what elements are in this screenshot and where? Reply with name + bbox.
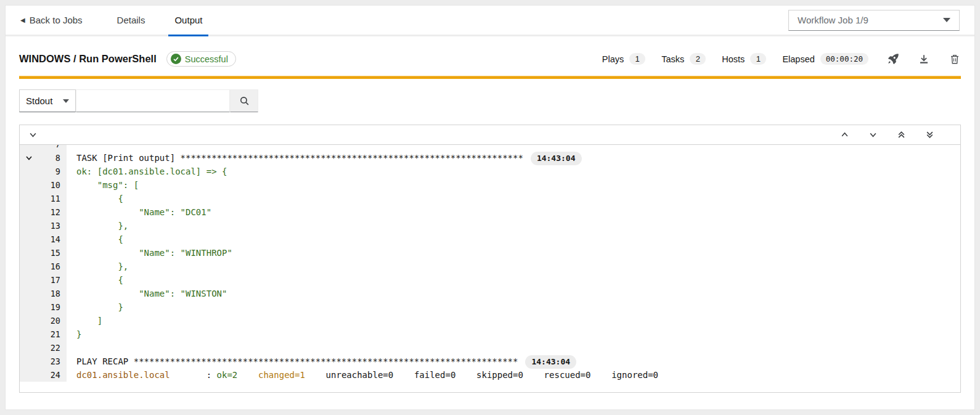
code-segment: changed=1 [258,370,305,380]
line-number: 7 [38,145,67,151]
code-segment: PLAY RECAP *****************************… [76,356,518,366]
line-content: "Name": "WINSTON" [67,287,227,300]
output-line: 24dc01.ansible.local : ok=2 changed=1 un… [20,368,960,382]
line-content: }, [67,260,128,273]
stat-plays: Plays1 [602,53,645,65]
stat-label: Tasks [661,54,684,64]
line-number: 24 [38,368,67,382]
output-line: 13 }, [20,219,960,232]
scroll-to-bottom-icon[interactable] [926,131,934,139]
code-segment [237,370,258,380]
stat-value-badge: 1 [750,53,766,65]
workflow-job-select-value: Workflow Job 1/9 [798,15,868,25]
output-line: 16 }, [20,260,960,273]
line-content: dc01.ansible.local : ok=2 changed=1 unre… [67,368,658,382]
line-gutter: 7 [20,145,67,151]
output-filter-row: Stdout [19,89,961,112]
code-segment: } [76,329,81,339]
stdout-output[interactable]: 78TASK [Print output] ******************… [20,145,960,392]
line-number: 12 [38,205,67,219]
output-line: 12 "Name": "DC01" [20,205,960,219]
back-to-jobs-link[interactable]: ◀ Back to Jobs [20,6,83,35]
page-card: ◀ Back to Jobs Details Output Workflow J… [5,5,975,410]
output-line: 23PLAY RECAP ***************************… [20,355,960,368]
line-number: 14 [38,232,67,246]
elapsed-value: 00:00:20 [820,53,868,65]
line-number: 18 [38,287,67,300]
expand-task-icon[interactable] [20,154,38,162]
line-gutter: 23 [20,355,67,368]
code-segment: }, [76,261,128,271]
code-segment: { [76,234,123,244]
delete-trash-icon[interactable] [949,53,961,65]
line-number: 19 [38,300,67,314]
line-gutter: 16 [20,260,67,273]
next-match-icon[interactable] [869,131,877,139]
collapse-all-icon[interactable] [29,131,37,139]
line-content: } [67,327,81,341]
output-panel: 78TASK [Print output] ******************… [19,125,961,393]
line-number: 17 [38,273,67,287]
job-stats: Plays1Tasks2Hosts1 Elapsed 00:00:20 [586,53,961,65]
line-gutter: 22 [20,341,67,355]
line-content [67,145,76,151]
chevron-down-icon [63,99,69,103]
code-segment: unreachable=0 failed=0 skipped=0 rescued… [305,370,658,380]
line-gutter: 10 [20,178,67,192]
status-badge: Successful [166,51,236,67]
line-content: "msg": [ [67,178,139,192]
output-line: 14 { [20,232,960,246]
output-line: 20 ] [20,314,960,327]
output-line: 9ok: [dc01.ansible.local] => { [20,165,960,178]
line-number: 16 [38,260,67,273]
line-content: }, [67,219,128,232]
line-content: "Name": "DC01" [67,205,211,219]
search-button[interactable] [230,89,258,112]
code-segment: { [76,194,123,203]
line-number: 11 [38,192,67,205]
stat-label: Plays [602,54,624,64]
relaunch-rocket-icon[interactable] [887,53,899,65]
output-line: 22 [20,341,960,355]
line-number: 23 [38,355,67,368]
job-header: WINDOWS / Run PowerShell Successful Play… [19,51,961,67]
code-segment: }, [76,221,128,231]
line-content: { [67,273,123,287]
code-segment: dc01.ansible.local [76,370,170,380]
line-number: 22 [38,341,67,355]
success-check-icon [171,54,181,64]
scroll-to-top-icon[interactable] [897,131,905,139]
line-content [67,341,76,355]
output-line: 7 [20,145,960,151]
download-icon[interactable] [918,53,930,65]
line-gutter: 8 [20,151,67,165]
line-gutter: 17 [20,273,67,287]
output-line: 18 "Name": "WINSTON" [20,287,960,300]
output-line: 15 "Name": "WINTHROP" [20,246,960,260]
previous-match-icon[interactable] [841,131,849,139]
output-toolbar [20,125,960,145]
stat-value-badge: 2 [690,53,706,65]
output-line: 19 } [20,300,960,314]
search-input[interactable] [76,89,230,112]
line-content: } [67,300,123,314]
line-gutter: 24 [20,368,67,382]
workflow-job-select[interactable]: Workflow Job 1/9 [788,10,960,31]
line-number: 8 [38,151,67,165]
stat-label: Hosts [722,54,745,64]
job-actions [887,53,961,65]
line-content: { [67,192,123,205]
tab-details[interactable]: Details [111,6,152,36]
line-number: 13 [38,219,67,232]
line-content: PLAY RECAP *****************************… [67,355,576,368]
output-source-select[interactable]: Stdout [19,89,76,112]
code-segment: { [76,275,123,285]
line-number: 20 [38,314,67,327]
line-gutter: 15 [20,246,67,260]
tab-output[interactable]: Output [168,6,208,36]
code-segment: "Name": "WINTHROP" [76,248,232,258]
line-content: { [67,232,123,246]
chevron-down-icon [943,18,950,22]
stat-elapsed: Elapsed 00:00:20 [782,53,868,65]
line-gutter: 9 [20,165,67,178]
